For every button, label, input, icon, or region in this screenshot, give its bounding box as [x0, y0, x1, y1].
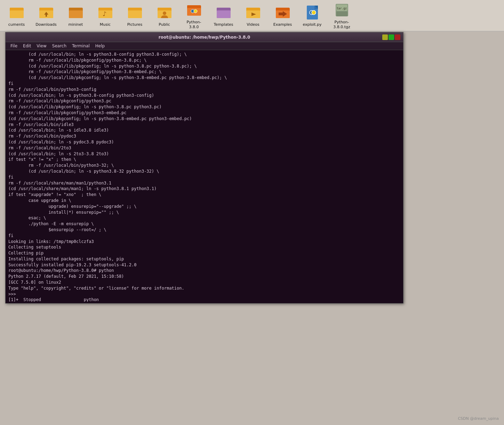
desktop-icon-music-label: Music [100, 22, 111, 27]
svg-rect-20 [158, 8, 163, 10]
desktop-icon-python380tgz[interactable]: tar.gz Python-3.8.0.tgz [329, 0, 355, 30]
watermark: CSDN @dream_upina [458, 416, 499, 421]
terminal-menu-edit[interactable]: Edit [20, 43, 34, 49]
desktop-icon-documents[interactable]: cuments [3, 3, 30, 28]
svg-point-42 [312, 10, 316, 15]
svg-rect-29 [217, 8, 222, 10]
desktop-bar: cuments Downloads mininet ♪ Music [0, 0, 504, 31]
svg-point-26 [194, 9, 197, 13]
desktop-icon-downloads[interactable]: Downloads [33, 3, 59, 28]
desktop-icon-templates-label: Templates [214, 22, 233, 27]
terminal-minimize-button[interactable] [382, 34, 388, 40]
terminal-title: root@ubuntu: /home/hwp/Python-3.8.0 [159, 35, 250, 40]
desktop-icon-documents-label: cuments [8, 22, 25, 27]
svg-rect-46 [336, 11, 347, 16]
svg-rect-32 [246, 8, 252, 10]
desktop-icon-python380-label: Python-3.8.0 [186, 20, 201, 29]
terminal-menu-terminal[interactable]: Terminal [69, 43, 93, 49]
desktop-icon-exploitpy-label: exploit.py [303, 22, 321, 27]
desktop-icon-examples-label: Examples [273, 22, 292, 27]
svg-rect-24 [187, 5, 193, 8]
svg-point-21 [163, 11, 166, 15]
desktop-icon-pictures-label: Pictures [127, 22, 143, 27]
svg-rect-10 [69, 8, 74, 10]
terminal-close-button[interactable] [395, 34, 400, 40]
desktop-icon-mininet[interactable]: mininet [63, 3, 89, 28]
terminal-window: root@ubuntu: /home/hwp/Python-3.8.0 File… [5, 32, 403, 304]
svg-rect-9 [69, 10, 83, 18]
desktop-icon-python380[interactable]: Python-3.8.0 [181, 0, 207, 30]
svg-rect-7 [46, 15, 47, 17]
svg-rect-5 [39, 8, 45, 10]
terminal-maximize-button[interactable] [389, 34, 394, 40]
terminal-window-buttons [382, 34, 400, 40]
desktop-icon-public[interactable]: Public [151, 3, 177, 28]
svg-rect-17 [128, 8, 134, 10]
desktop-icon-pictures[interactable]: Pictures [122, 3, 148, 28]
terminal-menubar: File Edit View Search Terminal Help [6, 42, 403, 50]
terminal-menu-view[interactable]: View [34, 43, 49, 49]
svg-rect-1 [10, 10, 24, 18]
svg-rect-16 [128, 10, 142, 18]
svg-text:♪: ♪ [103, 10, 107, 17]
desktop-icon-downloads-label: Downloads [35, 22, 56, 27]
desktop-icon-videos-label: Videos [247, 22, 259, 27]
terminal-menu-help[interactable]: Help [93, 43, 107, 49]
terminal-output: (cd /usr/local/bin; ln -s python3.8-conf… [8, 52, 400, 302]
terminal-menu-file[interactable]: File [8, 43, 20, 49]
svg-rect-36 [276, 8, 281, 10]
desktop-icon-exploitpy[interactable]: exploit.py [299, 3, 325, 28]
svg-text:tar.gz: tar.gz [337, 7, 347, 10]
desktop-icon-mininet-label: mininet [69, 22, 83, 27]
terminal-titlebar: root@ubuntu: /home/hwp/Python-3.8.0 [6, 32, 403, 42]
desktop-icon-music[interactable]: ♪ Music [92, 3, 118, 28]
desktop-icon-templates[interactable]: Templates [210, 3, 237, 28]
svg-rect-2 [10, 8, 15, 10]
svg-rect-28 [217, 10, 231, 18]
desktop-icon-python380tgz-label: Python-3.8.0.tgz [333, 20, 350, 29]
desktop-icon-videos[interactable]: Videos [240, 3, 266, 28]
terminal-content-area[interactable]: (cd /usr/local/bin; ln -s python3.8-conf… [6, 50, 403, 302]
terminal-menu-search[interactable]: Search [49, 43, 69, 49]
desktop-icon-public-label: Public [159, 22, 170, 27]
desktop-icon-examples[interactable]: Examples [270, 3, 296, 28]
